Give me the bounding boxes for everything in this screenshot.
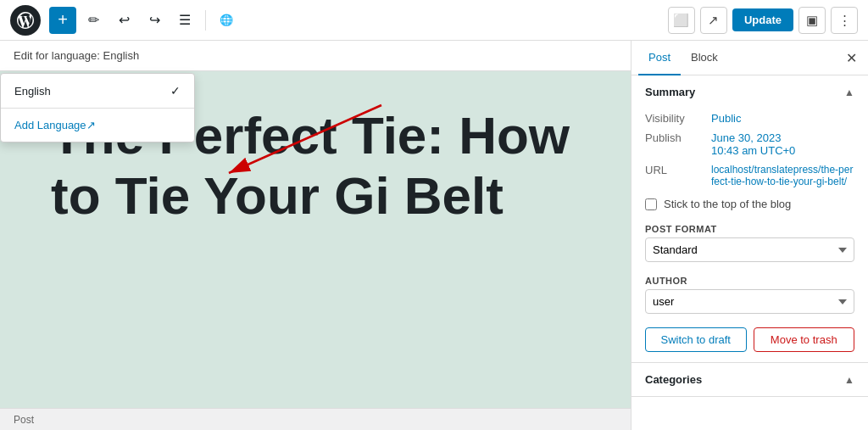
post-format-select[interactable]: Standard [645, 237, 854, 262]
summary-label: Summary [645, 86, 695, 98]
stick-to-top-row: Stick to the top of the blog [632, 191, 868, 217]
editor-area: Edit for language: English English ✓ Add… [0, 41, 631, 430]
summary-section: Summary ▲ Visibility Public Publish June… [632, 75, 868, 363]
publish-row: Publish June 30, 2023 10:43 am UTC+0 [632, 128, 868, 160]
tools-button[interactable]: ✏ [80, 7, 107, 34]
separator [205, 10, 206, 31]
publish-label: Publish [645, 131, 704, 144]
redo-button[interactable]: ↪ [141, 7, 168, 34]
language-bar: Edit for language: English English ✓ Add… [0, 41, 631, 71]
publish-time: 10:43 am UTC+0 [711, 144, 795, 157]
list-view-button[interactable]: ☰ [171, 7, 198, 34]
toolbar-right: ⬜ ↗ Update ▣ ⋮ [668, 7, 858, 34]
wordpress-logo[interactable] [10, 5, 41, 36]
visibility-row: Visibility Public [632, 109, 868, 128]
url-row: URL localhost/translatepress/the-perfect… [632, 160, 868, 191]
undo-button[interactable]: ↩ [110, 7, 137, 34]
preview-button[interactable]: ⬜ [668, 7, 695, 34]
categories-header[interactable]: Categories ▲ [632, 363, 868, 396]
categories-label: Categories [645, 373, 702, 386]
categories-section: Categories ▲ [632, 363, 868, 397]
checkmark-icon: ✓ [170, 84, 181, 98]
toolbar: + ✏ ↩ ↪ ☰ 🌐 ⬜ ↗ Update ▣ ⋮ [0, 0, 868, 41]
view-button[interactable]: ↗ [700, 7, 727, 34]
sidebar-toggle-button[interactable]: ▣ [798, 7, 826, 34]
tab-block[interactable]: Block [681, 41, 728, 75]
categories-chevron-icon: ▲ [844, 374, 854, 386]
visibility-label: Visibility [645, 112, 704, 125]
action-buttons: Switch to draft Move to trash [632, 321, 868, 362]
author-label: AUTHOR [632, 269, 868, 289]
publish-date: June 30, 2023 [711, 131, 795, 144]
options-button[interactable]: ⋮ [831, 7, 858, 34]
stick-to-top-label: Stick to the top of the blog [664, 198, 791, 210]
visibility-value[interactable]: Public [711, 112, 741, 125]
status-bar: Post [0, 408, 631, 430]
translate-button[interactable]: 🌐 [213, 7, 240, 34]
post-format-label: POST FORMAT [632, 217, 868, 237]
english-option[interactable]: English ✓ [1, 77, 194, 104]
add-language-link[interactable]: Add Language↗ [1, 112, 194, 138]
stick-to-top-checkbox[interactable] [645, 198, 657, 210]
summary-header[interactable]: Summary ▲ [632, 75, 868, 109]
tab-post[interactable]: Post [638, 41, 681, 75]
add-block-button[interactable]: + [49, 7, 76, 34]
sidebar-tabs: Post Block ✕ [632, 41, 868, 75]
dropdown-divider [1, 108, 194, 109]
url-value[interactable]: localhost/translatepress/the-perfect-tie… [711, 164, 854, 187]
sidebar: Post Block ✕ Summary ▲ Visibility Public… [631, 41, 868, 430]
main-layout: Edit for language: English English ✓ Add… [0, 41, 868, 430]
url-label: URL [645, 164, 704, 176]
language-bar-label: Edit for language: English [14, 49, 139, 62]
publish-value[interactable]: June 30, 2023 10:43 am UTC+0 [711, 131, 795, 157]
language-dropdown: English ✓ Add Language↗ [0, 73, 195, 142]
status-label: Post [14, 414, 34, 426]
move-to-trash-button[interactable]: Move to trash [754, 327, 855, 352]
close-sidebar-button[interactable]: ✕ [841, 47, 861, 68]
update-button[interactable]: Update [732, 8, 793, 31]
english-label: English [14, 85, 51, 98]
author-select[interactable]: user [645, 289, 854, 314]
chevron-up-icon: ▲ [844, 87, 854, 98]
switch-to-draft-button[interactable]: Switch to draft [645, 327, 747, 352]
